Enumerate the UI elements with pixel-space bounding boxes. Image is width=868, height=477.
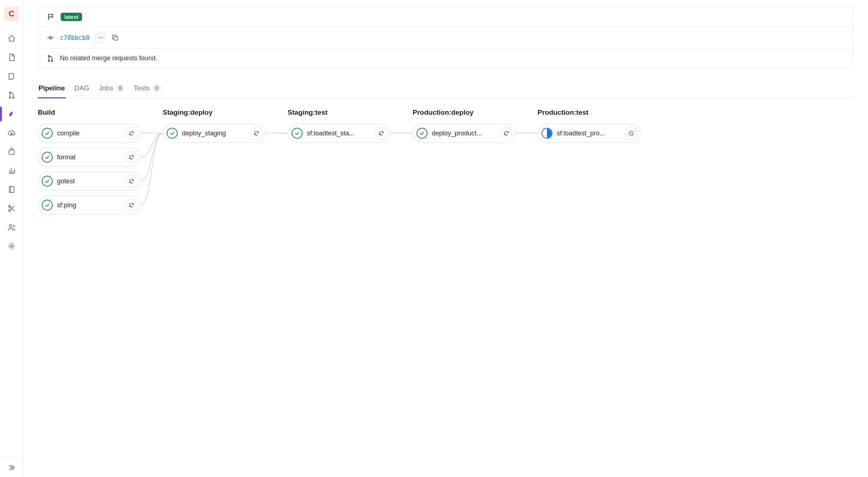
mr-row: No related merge requests found. (38, 49, 853, 68)
stage-title: Production:test (538, 109, 641, 117)
tab-label: Tests (134, 84, 150, 92)
status-success-icon (292, 128, 303, 139)
tab-tests[interactable]: Tests 0 (133, 81, 161, 98)
flag-icon (47, 13, 55, 21)
status-success-icon (42, 128, 53, 139)
avatar-letter: C (9, 9, 15, 19)
stage-title: Build (38, 109, 141, 117)
svg-point-0 (9, 92, 11, 93)
job-name: sf:ping (57, 201, 121, 209)
home-icon (8, 34, 16, 42)
job-pill[interactable]: sf:loadtest_pro... (538, 124, 641, 143)
sidebar-item-cicd[interactable] (0, 105, 23, 123)
svg-point-11 (100, 37, 101, 38)
sidebar-item-repo[interactable] (0, 48, 23, 67)
job-retry-button[interactable] (500, 127, 512, 139)
job-retry-button[interactable] (125, 127, 138, 139)
sidebar-item-wiki[interactable] (0, 180, 23, 199)
merge-request-icon (47, 55, 54, 62)
commit-icon (47, 34, 54, 41)
svg-point-5 (8, 205, 11, 208)
job-name: format (57, 154, 121, 161)
sidebar-item-issues[interactable] (0, 67, 23, 86)
sidebar-item-deployments[interactable] (0, 123, 23, 142)
stage-title: Staging:deploy (163, 109, 266, 117)
cloud-icon (8, 129, 16, 137)
stage-column: Staging:testsf:loadtest_sta... (288, 109, 391, 220)
rocket-icon (8, 110, 16, 118)
job-name: deploy_product... (432, 130, 496, 137)
status-success-icon (42, 152, 53, 163)
job-pill[interactable]: deploy_staging (163, 124, 266, 143)
job-retry-button[interactable] (375, 127, 388, 139)
tab-label: Pipeline (38, 84, 65, 92)
pipeline-graph: Buildcompileformatgotestsf:pingStaging:d… (38, 109, 853, 220)
pipeline-tabs: Pipeline DAG Jobs 8 Tests 0 (38, 81, 853, 98)
svg-rect-3 (9, 150, 14, 154)
sidebar-item-analytics[interactable] (0, 161, 23, 180)
stage-column: Production:deploydeploy_product... (413, 109, 516, 220)
commit-more-button[interactable] (96, 33, 106, 42)
job-name: sf:loadtest_sta... (307, 130, 371, 137)
job-retry-button[interactable] (250, 127, 263, 139)
sidebar-item-merge-requests[interactable] (0, 86, 23, 105)
svg-rect-13 (114, 37, 118, 40)
job-retry-button[interactable] (125, 151, 138, 163)
chevron-double-right-icon (8, 464, 16, 472)
job-pill[interactable]: format (38, 148, 141, 167)
job-pill[interactable]: deploy_product... (413, 124, 516, 143)
status-running-icon (542, 128, 552, 139)
chart-icon (8, 167, 16, 175)
stage-title: Production:deploy (413, 109, 516, 117)
status-success-icon (42, 176, 53, 187)
stage-column: Staging:deploydeploy_staging (163, 109, 266, 220)
tab-count: 8 (116, 84, 124, 92)
tab-dag[interactable]: DAG (74, 81, 90, 98)
job-retry-button[interactable] (125, 175, 138, 187)
status-success-icon (167, 128, 178, 139)
file-icon (8, 53, 16, 61)
main-scroll[interactable]: latest c78bbcb0 No related merge request… (23, 0, 868, 477)
sidebar-item-packages[interactable] (0, 142, 23, 161)
job-retry-button[interactable] (125, 199, 138, 211)
tab-pipeline[interactable]: Pipeline (38, 81, 66, 98)
sidebar-item-snippets[interactable] (0, 199, 23, 218)
sidebar-expand-button[interactable] (0, 457, 23, 477)
status-success-icon (42, 200, 53, 211)
tab-count: 0 (153, 84, 161, 92)
commit-row: c78bbcb0 (38, 27, 853, 49)
sidebar: C (0, 0, 23, 477)
job-name: compile (57, 130, 121, 137)
job-name: gotest (57, 178, 121, 185)
job-pill[interactable]: gotest (38, 172, 141, 191)
project-avatar[interactable]: C (4, 7, 19, 21)
sidebar-item-settings[interactable] (0, 237, 23, 256)
book-icon (8, 186, 16, 193)
svg-rect-4 (9, 187, 14, 193)
sidebar-item-home[interactable] (0, 29, 23, 48)
svg-point-9 (49, 37, 52, 39)
svg-point-8 (11, 245, 13, 247)
sidebar-item-members[interactable] (0, 218, 23, 237)
commit-sha-link[interactable]: c78bbcb0 (60, 34, 90, 41)
svg-point-7 (9, 225, 12, 227)
job-pill[interactable]: compile (38, 124, 141, 143)
pipeline-flags-row: latest (38, 7, 853, 27)
job-name: deploy_staging (182, 130, 246, 137)
tag-icon (8, 72, 16, 80)
status-success-icon (417, 128, 427, 139)
job-cancel-button[interactable] (625, 127, 637, 139)
svg-point-6 (8, 209, 11, 212)
tab-jobs[interactable]: Jobs 8 (98, 81, 125, 98)
gear-icon (8, 242, 16, 250)
job-name: sf:loadtest_pro... (557, 130, 621, 137)
job-pill[interactable]: sf:loadtest_sta... (288, 124, 391, 143)
copy-icon[interactable] (111, 34, 119, 41)
mr-status-text: No related merge requests found. (60, 54, 157, 62)
ellipsis-icon (98, 35, 104, 41)
scissors-icon (8, 204, 16, 212)
tab-label: DAG (74, 84, 89, 92)
job-pill[interactable]: sf:ping (38, 196, 141, 215)
package-icon (8, 148, 16, 156)
svg-point-10 (98, 37, 100, 38)
